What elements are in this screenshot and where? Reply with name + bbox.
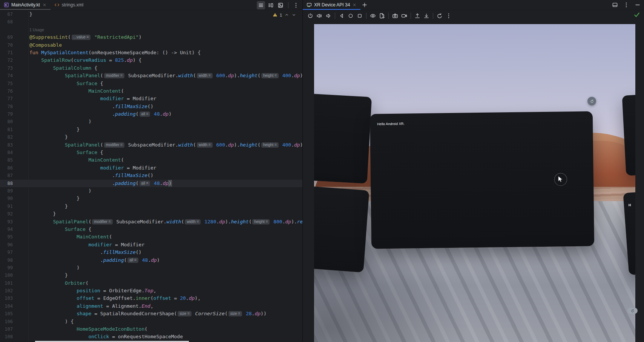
- panel-greeting-text: Hello Android XR.: [377, 122, 405, 126]
- code-line[interactable]: 100 }: [0, 272, 302, 279]
- video-button[interactable]: [400, 11, 409, 20]
- code-line[interactable]: 84 Surface {: [0, 149, 302, 156]
- xr-panel-left-bottom[interactable]: [314, 185, 369, 272]
- reset-view-button[interactable]: [627, 308, 638, 314]
- panel-move-handle-button[interactable]: [587, 97, 596, 105]
- line-number: 80: [0, 118, 13, 125]
- code-line[interactable]: 88 .padding(all = 48.dp): [0, 180, 302, 187]
- volume-down-button[interactable]: [324, 11, 333, 20]
- code-line[interactable]: 89 ): [0, 187, 302, 195]
- window-layout-button[interactable]: [611, 1, 619, 9]
- code-line[interactable]: 108 onClick = onRequestHomeSpaceMode: [0, 333, 302, 340]
- code-line[interactable]: 91 }: [0, 203, 302, 210]
- overview-button[interactable]: [355, 11, 364, 20]
- code-line[interactable]: 87 .fillMaxSize(): [0, 172, 302, 179]
- code-line[interactable]: 71fun MySpatialContent(onRequestHomeSpac…: [0, 49, 302, 56]
- code-line[interactable]: 82 }: [0, 133, 302, 141]
- code-line[interactable]: 96 modifier = Modifier: [0, 241, 302, 249]
- usage-hint[interactable]: 1 Usage: [29, 27, 44, 32]
- code-line[interactable]: 104 alignment = Alignment.End,: [0, 302, 302, 310]
- tab-strings-xml[interactable]: strings.xml: [51, 0, 87, 10]
- code-line[interactable]: 98 .padding(all = 48.dp): [0, 256, 302, 264]
- code-text: modifier = Modifier: [29, 95, 156, 102]
- code-line[interactable]: 81 }: [0, 126, 302, 133]
- reset-button[interactable]: [435, 11, 444, 20]
- plus-icon: [362, 2, 368, 8]
- image-button[interactable]: [276, 1, 285, 9]
- code-line[interactable]: 76 MainContent(: [0, 87, 302, 95]
- token: (: [100, 73, 103, 78]
- code-line[interactable]: 83 SpatialPanel(modifier = SubspaceModif…: [0, 141, 302, 149]
- tab-xr-device[interactable]: XR Device API 34: [303, 0, 360, 10]
- power-button[interactable]: [306, 11, 315, 20]
- code-text: MainContent(: [29, 87, 124, 95]
- code-line[interactable]: 80 ): [0, 118, 302, 125]
- code-line[interactable]: 101 Orbiter(: [0, 279, 302, 287]
- device-tab-bar: XR Device API 34: [303, 0, 644, 10]
- code-line[interactable]: 77 modifier = Modifier: [0, 95, 302, 102]
- code-line[interactable]: 99 ): [0, 264, 302, 272]
- code-line[interactable]: 75 Surface {: [0, 80, 302, 87]
- code-text: ): [29, 264, 80, 272]
- home-button[interactable]: [346, 11, 355, 20]
- code-line[interactable]: 69@SuppressLint(...value = "RestrictedAp…: [0, 34, 302, 41]
- more-button[interactable]: [444, 11, 453, 20]
- code-line[interactable]: 107 HomeSpaceModeIconButton(: [0, 325, 302, 333]
- xr-panel-left-top[interactable]: [314, 93, 372, 183]
- token: .: [29, 173, 115, 178]
- code-line[interactable]: 105 shape = SpatialRoundedCornerShape(si…: [0, 310, 302, 318]
- code-line[interactable]: 94 Surface {: [0, 226, 302, 233]
- code-line[interactable]: 102 position = OrbiterEdge.Top,: [0, 287, 302, 295]
- upload-button[interactable]: [413, 11, 422, 20]
- usage-hint-row[interactable]: 1 Usage: [0, 26, 302, 34]
- split-button[interactable]: [267, 1, 275, 9]
- chevron-up-icon[interactable]: [284, 12, 289, 17]
- close-icon[interactable]: [42, 3, 47, 7]
- token: [213, 142, 216, 148]
- more-button[interactable]: [622, 1, 630, 9]
- xml-file-icon: [54, 2, 60, 8]
- code-line[interactable]: 85 MainContent(: [0, 156, 302, 164]
- code-line[interactable]: 79 .padding(all = 48.dp): [0, 110, 302, 118]
- minimize-button[interactable]: [633, 1, 642, 9]
- code-line[interactable]: 74 SpatialPanel(modifier = SubspaceModif…: [0, 72, 302, 79]
- code-line[interactable]: 93 SpatialPanel(modifier = SubspaceModif…: [0, 218, 302, 226]
- chevron-down-icon[interactable]: [291, 12, 296, 17]
- xr-emulator-scene[interactable]: Hello Android XR. H: [314, 24, 635, 342]
- code-line[interactable]: 97 .fillMaxSize(): [0, 249, 302, 256]
- code-line[interactable]: 86 modifier = Modifier: [0, 164, 302, 172]
- code-editor[interactable]: 67}681 Usage69@SuppressLint(...value = "…: [0, 11, 302, 341]
- back-button[interactable]: [337, 11, 346, 20]
- camera-button[interactable]: [391, 11, 400, 20]
- more-button[interactable]: [292, 1, 300, 9]
- code-line[interactable]: 106 ) {: [0, 318, 302, 325]
- list-button[interactable]: [257, 1, 265, 9]
- tab-label: strings.xml: [62, 2, 83, 8]
- xr-panel-main[interactable]: Hello Android XR.: [370, 111, 594, 249]
- token: }: [29, 203, 68, 209]
- token: padding: [115, 111, 136, 117]
- code-line[interactable]: 90 }: [0, 195, 302, 202]
- code-line[interactable]: 73 SpatialColumn {: [0, 64, 302, 72]
- tab-mainactivity[interactable]: MainActivity.kt: [0, 0, 51, 10]
- code-line[interactable]: 95 MainContent(: [0, 233, 302, 241]
- code-line[interactable]: 70@Composable: [0, 41, 302, 49]
- file-settings-button[interactable]: [377, 11, 386, 20]
- inlay-hint: height =: [261, 73, 279, 78]
- code-line[interactable]: 67}: [0, 11, 302, 18]
- token: onClick: [89, 334, 109, 339]
- download-button[interactable]: [422, 11, 431, 20]
- code-line[interactable]: 103 offset = EdgeOffset.inner(offset = 2…: [0, 295, 302, 302]
- eye-button[interactable]: [368, 11, 377, 20]
- inspection-widget[interactable]: 1: [271, 12, 298, 18]
- code-line[interactable]: 78 .fillMaxSize(): [0, 103, 302, 110]
- new-tab-button[interactable]: [360, 1, 369, 9]
- xr-device-icon: [307, 2, 312, 8]
- code-line[interactable]: 68: [0, 18, 302, 26]
- token: .: [29, 180, 115, 186]
- close-icon[interactable]: [352, 3, 357, 7]
- volume-up-button[interactable]: [315, 11, 324, 20]
- code-line[interactable]: 72 SpatialRow(curveRadius = 825.dp) {: [0, 56, 302, 64]
- inlay-hint: size =: [228, 311, 242, 316]
- code-line[interactable]: 92 }: [0, 210, 302, 218]
